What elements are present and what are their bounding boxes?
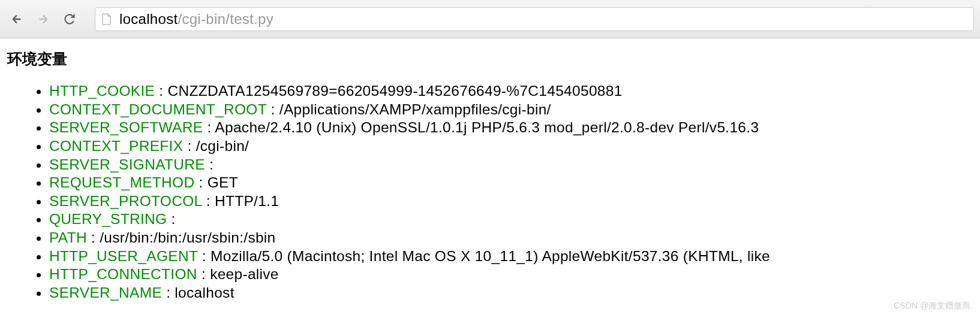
env-separator: : <box>202 193 215 209</box>
env-key: PATH <box>49 229 87 246</box>
env-separator: : <box>205 156 214 172</box>
address-bar[interactable]: localhost/cgi-bin/test.py <box>95 7 974 31</box>
page-title: 环境变量 <box>7 49 973 69</box>
env-separator: : <box>194 174 207 190</box>
env-separator: : <box>198 248 211 264</box>
env-key: CONTEXT_PREFIX <box>49 138 183 154</box>
env-var-item: HTTP_CONNECTION : keep-alive <box>49 265 973 284</box>
env-value: /cgi-bin/ <box>196 138 249 154</box>
env-value: Mozilla/5.0 (Macintosh; Intel Mac OS X 1… <box>211 248 770 264</box>
env-separator: : <box>87 229 100 246</box>
page-icon <box>101 13 112 26</box>
env-var-item: PATH : /usr/bin:/bin:/usr/sbin:/sbin <box>49 229 973 247</box>
env-var-item: REQUEST_METHOD : GET <box>49 174 973 192</box>
env-separator: : <box>197 266 210 282</box>
reload-button[interactable] <box>59 8 80 30</box>
page-content: 环境变量 HTTP_COOKIE : CNZZDATA1254569789=66… <box>0 38 980 302</box>
env-key: SERVER_NAME <box>49 284 162 301</box>
env-key: SERVER_PROTOCOL <box>49 193 202 209</box>
env-var-item: SERVER_NAME : localhost <box>49 284 973 302</box>
env-value: localhost <box>175 284 234 301</box>
url-text: localhost/cgi-bin/test.py <box>119 11 273 28</box>
env-var-item: CONTEXT_PREFIX : /cgi-bin/ <box>49 137 973 156</box>
env-value: HTTP/1.1 <box>215 193 279 209</box>
nav-buttons <box>6 8 80 30</box>
watermark: CSDN @海棠赠微雨. <box>894 301 973 311</box>
env-var-item: SERVER_PROTOCOL : HTTP/1.1 <box>49 192 973 211</box>
url-domain: localhost <box>119 11 178 27</box>
browser-toolbar: localhost/cgi-bin/test.py <box>0 0 980 38</box>
env-key: QUERY_STRING <box>49 211 167 227</box>
forward-button[interactable] <box>32 8 54 30</box>
url-path: /cgi-bin/test.py <box>178 11 273 27</box>
env-key: HTTP_CONNECTION <box>49 266 197 282</box>
env-key: SERVER_SIGNATURE <box>49 156 205 172</box>
env-key: HTTP_USER_AGENT <box>49 248 198 264</box>
env-key: HTTP_COOKIE <box>49 83 155 99</box>
env-separator: : <box>167 211 175 227</box>
env-value: Apache/2.4.10 (Unix) OpenSSL/1.0.1j PHP/… <box>215 119 759 135</box>
env-var-item: HTTP_COOKIE : CNZZDATA1254569789=6620549… <box>49 82 973 101</box>
env-value: keep-alive <box>210 266 279 282</box>
env-key: REQUEST_METHOD <box>49 174 194 190</box>
env-var-item: SERVER_SIGNATURE : <box>49 156 973 174</box>
env-key: SERVER_SOFTWARE <box>49 119 203 135</box>
env-key: CONTEXT_DOCUMENT_ROOT <box>49 101 266 117</box>
back-button[interactable] <box>6 8 28 30</box>
env-var-list: HTTP_COOKIE : CNZZDATA1254569789=6620549… <box>7 82 973 302</box>
env-separator: : <box>162 284 175 301</box>
env-var-item: HTTP_USER_AGENT : Mozilla/5.0 (Macintosh… <box>49 247 973 266</box>
env-separator: : <box>266 101 279 117</box>
env-value: GET <box>208 174 238 190</box>
env-var-item: SERVER_SOFTWARE : Apache/2.4.10 (Unix) O… <box>49 119 973 137</box>
env-value: CNZZDATA1254569789=662054999-1452676649-… <box>168 83 623 99</box>
env-var-item: QUERY_STRING : <box>49 210 973 229</box>
env-separator: : <box>155 83 167 99</box>
env-var-item: CONTEXT_DOCUMENT_ROOT : /Applications/XA… <box>49 101 973 119</box>
env-value: /Applications/XAMPP/xamppfiles/cgi-bin/ <box>279 101 551 117</box>
env-separator: : <box>203 119 215 135</box>
env-separator: : <box>183 138 196 154</box>
env-value: /usr/bin:/bin:/usr/sbin:/sbin <box>100 229 275 246</box>
